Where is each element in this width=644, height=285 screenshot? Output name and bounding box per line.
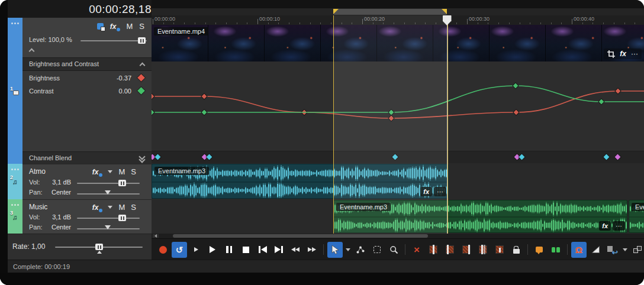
rate-slider-handle[interactable]: [95, 244, 103, 250]
atmo-track-strip[interactable]: 2♫: [8, 164, 22, 199]
set-range-markers-button[interactable]: [548, 242, 564, 258]
fx-button[interactable]: fx: [92, 168, 102, 176]
brightness-keyframe[interactable]: [201, 93, 207, 99]
video-track-strip[interactable]: 1: [8, 18, 22, 164]
split-object-button[interactable]: [426, 242, 441, 258]
pan-slider-handle[interactable]: [105, 225, 111, 229]
channel-blend-header[interactable]: Channel Blend: [22, 151, 152, 165]
clip-more-button[interactable]: ···: [434, 187, 446, 196]
timeline-keyframe[interactable]: [615, 154, 621, 160]
crossfade-editor-button[interactable]: [588, 242, 603, 258]
scrollbar-handle[interactable]: [173, 234, 428, 238]
expand-double-chevron-icon[interactable]: [140, 155, 144, 161]
transition-icon[interactable]: [97, 23, 104, 30]
param-value[interactable]: 0.00: [119, 88, 131, 95]
split-and-trim-button[interactable]: [475, 242, 491, 258]
record-button[interactable]: [155, 242, 170, 258]
contrast-keyframe[interactable]: [388, 109, 394, 115]
lock-objects-button[interactable]: [508, 242, 524, 258]
video-track-lane[interactable]: Eventname.mp4 fx ···: [152, 25, 644, 61]
clip-fx-button[interactable]: fx: [420, 187, 432, 196]
pan-slider[interactable]: [77, 228, 140, 229]
fx-button[interactable]: fx: [110, 22, 120, 31]
rate-slider[interactable]: [55, 247, 143, 248]
insert-mode-dropdown[interactable]: [621, 242, 629, 258]
vol-slider[interactable]: [77, 183, 140, 184]
timeline-keyframe[interactable]: [519, 154, 525, 160]
trim-end-button[interactable]: [459, 242, 474, 258]
music-track-lane[interactable]: Eventname.mp3 fx ··· Eventname.mp3: [152, 199, 644, 234]
audio-clip-atmo[interactable]: Eventname.mp3 fx ···: [152, 164, 449, 199]
clip-fx-button[interactable]: fx: [599, 221, 611, 231]
timeline-scrollbar[interactable]: [152, 234, 644, 238]
pan-value[interactable]: Center: [46, 189, 71, 196]
solo-button[interactable]: S: [131, 167, 136, 176]
more-button[interactable]: ···: [631, 50, 638, 58]
trim-start-button[interactable]: [442, 242, 458, 258]
vol-slider[interactable]: [77, 218, 140, 219]
mute-button[interactable]: M: [126, 22, 133, 31]
contrast-keyframe[interactable]: [201, 109, 207, 115]
contrast-keyframe[interactable]: [152, 109, 154, 115]
vol-slider-handle[interactable]: [118, 180, 126, 186]
vol-slider-handle[interactable]: [118, 215, 126, 221]
mute-button[interactable]: M: [118, 167, 125, 176]
stop-button[interactable]: [238, 242, 253, 258]
vol-value[interactable]: 3,1 dB: [46, 213, 71, 221]
contrast-keyframe-diamond[interactable]: [137, 87, 145, 95]
brightness-keyframe[interactable]: [615, 88, 621, 94]
collapse-chevron-icon[interactable]: [140, 63, 146, 69]
brightness-keyframe[interactable]: [513, 109, 519, 115]
solo-button[interactable]: S: [139, 22, 144, 31]
brightness-keyframe-diamond[interactable]: [137, 74, 145, 82]
pan-value[interactable]: Center: [46, 224, 71, 231]
rewind-button[interactable]: [288, 242, 303, 258]
timeline-keyframe[interactable]: [207, 154, 212, 160]
range-selection-tool-button[interactable]: [369, 242, 385, 258]
keyframe-row[interactable]: [152, 151, 644, 164]
zoom-tool-button[interactable]: [386, 242, 401, 258]
contrast-keyframe[interactable]: [513, 83, 519, 89]
loop-playback-button[interactable]: ↺: [172, 242, 187, 258]
play-range-handle[interactable]: [333, 9, 447, 15]
fast-forward-button[interactable]: [304, 242, 320, 258]
vol-value[interactable]: 3,1 dB: [46, 179, 71, 186]
atmo-track-lane[interactable]: Eventname.mp3 fx ···: [152, 163, 644, 199]
range-bar[interactable]: [152, 8, 644, 15]
play-once-button[interactable]: [188, 242, 204, 258]
timeline-keyframe[interactable]: [392, 154, 398, 160]
chevron-down-icon[interactable]: [108, 206, 112, 209]
fx-button[interactable]: fx: [620, 50, 626, 58]
level-slider[interactable]: [80, 40, 147, 41]
jump-to-start-button[interactable]: [255, 242, 270, 258]
mute-button[interactable]: M: [118, 203, 125, 212]
brightness-curve[interactable]: [152, 91, 644, 118]
set-marker-button[interactable]: [532, 242, 547, 258]
contrast-keyframe[interactable]: [598, 99, 604, 105]
contrast-curve[interactable]: [152, 86, 644, 112]
timeline-keyframe[interactable]: [155, 154, 161, 160]
clip-more-button[interactable]: ···: [613, 221, 625, 231]
fx-button[interactable]: fx: [92, 203, 102, 212]
pan-slider-handle[interactable]: [105, 190, 111, 195]
play-button[interactable]: [205, 242, 220, 258]
audio-clip-music[interactable]: Eventname.mp3 fx ···: [333, 200, 627, 233]
crop-icon[interactable]: [607, 50, 615, 58]
delete-objects-button[interactable]: ×: [409, 242, 424, 258]
snap-toggle-button[interactable]: Ω: [571, 242, 587, 258]
keyframe-curve-area[interactable]: [152, 61, 644, 151]
audio-clip-music-2[interactable]: Eventname.mp3: [629, 200, 644, 233]
remove-object-part-button[interactable]: [492, 242, 507, 258]
pause-button[interactable]: [221, 242, 237, 258]
brightness-keyframe[interactable]: [152, 93, 154, 99]
timeline[interactable]: 00:00:0000:00:1000:00:2000:00:3000:00:40…: [152, 8, 644, 234]
scroll-left-button[interactable]: [153, 234, 159, 238]
param-value[interactable]: -0.37: [117, 75, 131, 82]
chevron-down-icon[interactable]: [108, 170, 112, 173]
level-slider-handle[interactable]: [138, 37, 146, 44]
curve-edit-tool-button[interactable]: [353, 242, 368, 258]
selection-tool-dropdown[interactable]: [344, 242, 352, 258]
track-name[interactable]: Music: [29, 203, 47, 211]
pan-slider[interactable]: [77, 193, 140, 195]
brightness-keyframe[interactable]: [388, 115, 394, 121]
